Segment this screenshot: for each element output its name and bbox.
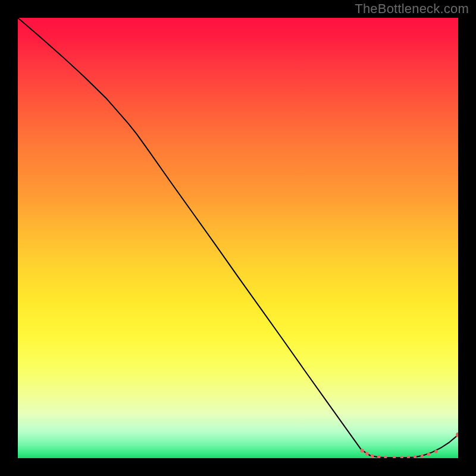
svg-point-2 (371, 455, 374, 458)
chart-frame: TheBottleneck.com (0, 0, 476, 476)
svg-point-8 (414, 455, 416, 458)
attribution-text: TheBottleneck.com (355, 1, 469, 17)
plot-overlay (18, 18, 458, 458)
curve-line (18, 18, 458, 458)
svg-point-11 (434, 450, 438, 453)
svg-point-4 (384, 456, 387, 458)
svg-point-10 (427, 453, 431, 456)
svg-point-6 (400, 456, 403, 458)
plot-area (18, 18, 458, 458)
svg-point-7 (407, 456, 410, 458)
svg-point-5 (393, 456, 396, 458)
svg-point-9 (421, 455, 424, 458)
curve-markers (360, 433, 458, 458)
svg-point-1 (365, 452, 369, 456)
svg-point-3 (377, 455, 381, 458)
svg-point-0 (360, 449, 364, 452)
